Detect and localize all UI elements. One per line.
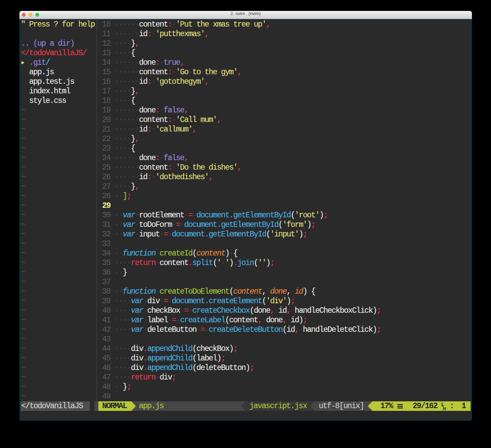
svg-text:N: N: [443, 406, 446, 411]
